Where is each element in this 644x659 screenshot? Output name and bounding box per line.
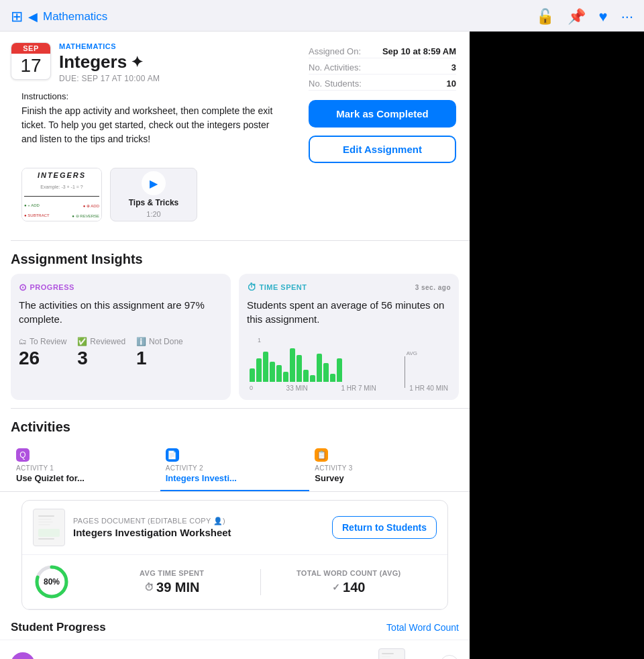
bar-14 xyxy=(337,358,342,382)
x-label-0: 0 xyxy=(250,385,253,392)
activity-tab-1[interactable]: Q ACTIVITY 1 Use Quizlet for... xyxy=(11,442,160,491)
students-value: 10 xyxy=(447,79,456,89)
assigned-on-row: Assigned On: Sep 10 at 8:59 AM xyxy=(309,45,456,58)
check-sm-icon: ✓ xyxy=(332,582,340,593)
avg-line xyxy=(405,356,405,388)
x-label-67: 1 HR 7 MIN xyxy=(341,385,376,392)
bar-1 xyxy=(250,368,255,382)
avg-indicator: AVG xyxy=(405,350,417,388)
student-1-thumb[interactable] xyxy=(378,648,405,659)
not-done-value: 1 xyxy=(136,348,183,369)
pin-icon[interactable]: 📌 xyxy=(568,8,586,26)
student-1-more-button[interactable]: ··· xyxy=(440,655,459,659)
video-title: Tips & Tricks xyxy=(129,198,178,207)
instructions-section: Instructions: Finish the app activity an… xyxy=(11,91,298,154)
assignment-title: Integers ✦ xyxy=(59,52,298,72)
title-text: Integers xyxy=(59,52,127,72)
activity-1-icon: Q xyxy=(16,448,30,462)
doc-info: PAGES DOCUMENT (EDITABLE COPY 👤) Integer… xyxy=(73,517,324,538)
bar-11 xyxy=(317,354,322,382)
student-progress-header: Student Progress Total Word Count xyxy=(0,610,470,640)
word-count-label: TOTAL WORD COUNT (AVG) xyxy=(261,569,437,577)
edit-assignment-button[interactable]: Edit Assignment xyxy=(309,136,456,163)
integers-poster[interactable]: INTEGERS Example: -3 + -1 = ? ● + ADD ● … xyxy=(21,168,102,221)
back-chevron-icon: ◀ xyxy=(28,9,38,24)
insights-title: Assignment Insights xyxy=(0,241,470,274)
mark-completed-button[interactable]: Mark as Completed xyxy=(309,100,456,128)
header-right: Assigned On: Sep 10 at 8:59 AM No. Activ… xyxy=(309,42,456,163)
activity-3-number: ACTIVITY 3 xyxy=(315,464,453,472)
left-panel: SEP 17 MATHEMATICS Integers ✦ DUE: SEP 1… xyxy=(0,32,470,659)
activity-1-name: Use Quizlet for... xyxy=(16,473,155,483)
stats-section: 80% AVG TIME SPENT ⏱ 39 MIN TOTAL WORD C… xyxy=(22,555,447,609)
clock-sm-icon: ⏱ xyxy=(144,582,154,593)
activities-title: Activities xyxy=(0,409,470,442)
bar-chart-container: 1 xyxy=(247,337,451,392)
progress-icon: ⊙ xyxy=(19,282,28,293)
time-spent-label: TIME SPENT xyxy=(260,283,307,291)
doc-header: PAGES DOCUMENT (EDITABLE COPY 👤) Integer… xyxy=(22,501,447,555)
inbox-icon: 🗂 xyxy=(19,337,27,346)
heart-icon[interactable]: ♥ xyxy=(599,8,608,26)
total-word-count-link[interactable]: Total Word Count xyxy=(386,622,459,633)
not-done-icon: ℹ️ xyxy=(136,337,146,346)
svg-rect-6 xyxy=(38,538,54,540)
progress-label: ⊙ PROGRESS xyxy=(19,282,223,293)
video-duration: 1:20 xyxy=(146,210,160,218)
students-row: No. Students: 10 xyxy=(309,77,456,91)
instructions-text: Finish the app activity and worksheet, t… xyxy=(21,104,287,146)
x-label-33: 33 MIN xyxy=(286,385,308,392)
sidebar-toggle-button[interactable]: ⊞ xyxy=(11,8,23,26)
tips-video[interactable]: ▶ Tips & Tricks 1:20 xyxy=(110,168,197,221)
progress-pct: 80% xyxy=(44,577,60,587)
due-date: DUE: SEP 17 AT 10:00 AM xyxy=(59,74,298,83)
doc-thumbnail xyxy=(33,509,65,546)
activity-tab-3[interactable]: 📋 ACTIVITY 3 Survey xyxy=(309,442,459,491)
reviewed-stat: ✅ Reviewed 3 xyxy=(77,337,125,369)
progress-card: ⊙ PROGRESS The activities on this assign… xyxy=(11,274,231,400)
progress-label-text: PROGRESS xyxy=(30,283,74,291)
bar-8 xyxy=(297,355,302,382)
avg-time-block: AVG TIME SPENT ⏱ 39 MIN xyxy=(84,569,260,595)
assigned-on-label: Assigned On: xyxy=(309,46,361,56)
progress-text: The activities on this assignment are 97… xyxy=(19,298,223,326)
insights-grid: ⊙ PROGRESS The activities on this assign… xyxy=(0,274,470,408)
return-to-students-button[interactable]: Return to Students xyxy=(332,516,437,539)
calendar-month: SEP xyxy=(11,43,50,54)
doc-name: Integers Investigation Worksheet xyxy=(73,527,324,538)
svg-rect-10 xyxy=(382,653,394,654)
subject-label: MATHEMATICS xyxy=(59,42,298,50)
to-review-value: 26 xyxy=(19,348,66,369)
time-spent-card: ⏱ TIME SPENT 3 sec. ago Students spent a… xyxy=(239,274,459,400)
activities-row: No. Activities: 3 xyxy=(309,61,456,74)
nav-back-title[interactable]: Mathematics xyxy=(43,10,107,23)
activity-3-name: Survey xyxy=(315,473,453,483)
student-1-avatar: JB xyxy=(11,652,35,659)
bar-13 xyxy=(330,374,335,382)
stats-row: 🗂 To Review 26 ✅ Reviewed 3 xyxy=(19,337,223,369)
bar-4 xyxy=(270,362,275,382)
word-count-block: TOTAL WORD COUNT (AVG) ✓ 140 xyxy=(260,569,437,595)
poster-title: INTEGERS xyxy=(38,171,86,179)
bar-6 xyxy=(283,372,288,382)
reviewed-icon: ✅ xyxy=(77,337,87,346)
svg-rect-11 xyxy=(382,656,391,657)
bar-3 xyxy=(263,352,268,382)
nav-left: ⊞ ◀ Mathematics xyxy=(11,8,107,26)
svg-rect-2 xyxy=(38,519,52,520)
reviewed-label: Reviewed xyxy=(90,337,125,346)
activity-tab-2[interactable]: 📄 ACTIVITY 2 Integers Investi... xyxy=(160,442,310,491)
calendar-day: 17 xyxy=(11,54,50,79)
play-button[interactable]: ▶ xyxy=(142,171,166,195)
activities-label: No. Activities: xyxy=(309,62,361,72)
reviewed-value: 3 xyxy=(77,348,125,369)
bar-5 xyxy=(276,365,282,382)
bar-7 xyxy=(290,348,295,382)
student-list: JB Jason Bettinger READY FOR REVIEW xyxy=(0,640,470,659)
time-spent-text: Students spent an average of 56 minutes … xyxy=(247,298,451,326)
poster-ops2: ● SUBTRACT ● ⊖ REVERSE xyxy=(24,213,99,218)
more-icon[interactable]: ··· xyxy=(621,8,633,26)
instructions-label: Instructions: xyxy=(21,91,287,101)
time-ago: 3 sec. ago xyxy=(415,284,451,291)
lock-icon[interactable]: 🔓 xyxy=(536,8,554,26)
